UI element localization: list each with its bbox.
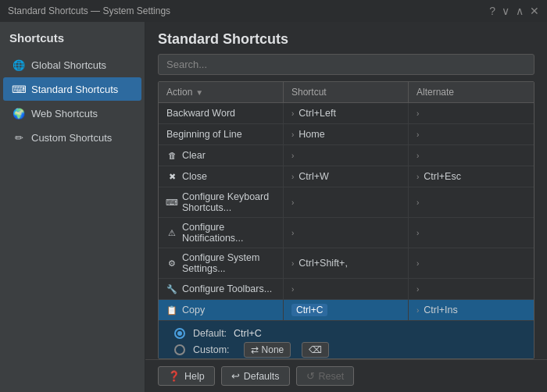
- close-control[interactable]: ✕: [530, 5, 539, 17]
- shortcut-cell: ›Ctrl+Shift+,: [284, 248, 409, 278]
- action-cell: ⚙ Configure System Settings...: [159, 248, 284, 278]
- chevron-icon: ›: [291, 109, 294, 118]
- header-shortcut: Shortcut: [284, 82, 409, 102]
- defaults-button[interactable]: ↩ Defaults: [221, 366, 290, 386]
- action-cell: ✖ Close: [159, 166, 284, 187]
- chevron-icon: ›: [417, 130, 419, 139]
- help-icon: ❓: [168, 370, 181, 382]
- chevron-icon: ›: [417, 306, 419, 315]
- sidebar-label-global: Global Shortcuts: [31, 59, 106, 71]
- chevron-icon: ›: [417, 229, 419, 237]
- chevron-icon: ›: [417, 109, 419, 118]
- reset-button[interactable]: ↺ Reset: [296, 366, 355, 386]
- content-header: Standard Shortcuts: [145, 22, 547, 81]
- shortcut-cell: Ctrl+C: [284, 300, 409, 320]
- defaults-icon: ↩: [231, 370, 240, 382]
- table-body: Backward Word ›Ctrl+Left › Beginning of …: [159, 103, 534, 359]
- chevron-icon: ›: [417, 259, 419, 268]
- table-row[interactable]: 🗑 Clear › ›: [159, 145, 534, 166]
- sidebar-nav: 🌐 Global Shortcuts ⌨ Standard Shortcuts …: [0, 53, 145, 149]
- table-row[interactable]: 🔧 Configure Toolbars... › ›: [159, 279, 534, 300]
- action-icon: ✖: [166, 171, 177, 182]
- table-row[interactable]: ⌨ Configure Keyboard Shortcuts... › ›: [159, 187, 534, 218]
- table-row[interactable]: 📋 Copy Ctrl+C ›Ctrl+Ins: [159, 300, 534, 321]
- shortcuts-table: Action ▼ Shortcut Alternate Backward Wor…: [158, 81, 534, 359]
- shortcut-cell: ›Home: [284, 124, 409, 144]
- action-cell: 📋 Copy: [159, 300, 284, 320]
- table-header: Action ▼ Shortcut Alternate: [159, 82, 534, 103]
- sync-icon: ⇄: [251, 344, 259, 355]
- sidebar: Shortcuts 🌐 Global Shortcuts ⌨ Standard …: [0, 22, 145, 392]
- table-row[interactable]: Backward Word ›Ctrl+Left ›: [159, 103, 534, 124]
- clear-shortcut-button[interactable]: ⌫: [302, 342, 329, 358]
- shortcut-badge: Ctrl+C: [291, 304, 327, 316]
- alternate-cell: ›: [409, 248, 534, 278]
- action-icon: ⚠: [166, 227, 177, 238]
- action-icon: 🗑: [166, 150, 177, 161]
- table-row[interactable]: ⚙ Configure System Settings... ›Ctrl+Shi…: [159, 248, 534, 279]
- alternate-cell: ›: [409, 103, 534, 123]
- sidebar-label-standard: Standard Shortcuts: [31, 84, 118, 95]
- chevron-icon: ›: [291, 198, 294, 207]
- header-alternate: Alternate: [409, 82, 534, 102]
- action-cell: Backward Word: [159, 103, 284, 123]
- custom-radio[interactable]: [174, 344, 185, 355]
- sidebar-item-global[interactable]: 🌐 Global Shortcuts: [3, 53, 141, 77]
- none-button[interactable]: ⇄ None: [244, 342, 291, 358]
- sidebar-icon-web: 🌍: [13, 107, 25, 119]
- action-cell: Beginning of Line: [159, 124, 284, 144]
- table-row[interactable]: Beginning of Line ›Home ›: [159, 124, 534, 145]
- content-area: Standard Shortcuts Action ▼ Shortcut Alt…: [145, 22, 547, 392]
- shortcut-cell: ›: [284, 279, 409, 299]
- alternate-cell: ›: [409, 145, 534, 166]
- shortcut-cell: ›: [284, 145, 409, 166]
- sort-icon: ▼: [195, 88, 203, 97]
- chevron-icon: ›: [417, 151, 419, 160]
- window-controls: ? ∨ ∧ ✕: [489, 5, 539, 17]
- shortcut-cell: ›Ctrl+Left: [284, 103, 409, 123]
- search-input[interactable]: [158, 54, 534, 75]
- expand-panel: Default: Ctrl+C Custom: ⇄ None ⌫: [159, 321, 534, 359]
- shortcut-cell: ›: [284, 218, 409, 248]
- minimize-control[interactable]: ∨: [502, 5, 509, 17]
- clear-icon: ⌫: [309, 344, 322, 355]
- sidebar-icon-custom: ✏: [13, 131, 25, 144]
- action-cell: 🗑 Clear: [159, 145, 284, 166]
- action-cell: ⌨ Configure Keyboard Shortcuts...: [159, 187, 284, 217]
- help-button[interactable]: ❓ Help: [158, 366, 215, 386]
- page-title: Standard Shortcuts: [158, 31, 534, 48]
- window-title: Standard Shortcuts — System Settings: [8, 5, 170, 16]
- sidebar-item-standard[interactable]: ⌨ Standard Shortcuts: [3, 77, 141, 101]
- table-row[interactable]: ⚠ Configure Notifications... › ›: [159, 218, 534, 248]
- sidebar-title: Shortcuts: [0, 28, 145, 52]
- action-icon: 📋: [166, 305, 177, 315]
- chevron-icon: ›: [291, 285, 294, 294]
- main-layout: Shortcuts 🌐 Global Shortcuts ⌨ Standard …: [0, 22, 547, 392]
- sidebar-icon-standard: ⌨: [13, 83, 25, 95]
- help-control[interactable]: ?: [489, 5, 495, 17]
- shortcut-cell: ›Ctrl+W: [284, 166, 409, 187]
- title-bar: Standard Shortcuts — System Settings ? ∨…: [0, 0, 547, 22]
- sidebar-item-custom[interactable]: ✏ Custom Shortcuts: [3, 126, 141, 149]
- shortcut-cell: ›: [284, 187, 409, 217]
- chevron-icon: ›: [291, 229, 294, 237]
- sidebar-item-web[interactable]: 🌍 Web Shortcuts: [3, 102, 141, 125]
- chevron-icon: ›: [291, 259, 294, 268]
- action-cell: 🔧 Configure Toolbars...: [159, 279, 284, 299]
- alternate-cell: ›: [409, 124, 534, 144]
- sidebar-label-web: Web Shortcuts: [31, 108, 98, 119]
- default-radio[interactable]: [174, 328, 185, 339]
- action-cell: ⚠ Configure Notifications...: [159, 218, 284, 248]
- action-icon: ⌨: [166, 197, 177, 208]
- alternate-cell: ›Ctrl+Esc: [409, 166, 534, 187]
- table-row[interactable]: ✖ Close ›Ctrl+W ›Ctrl+Esc: [159, 166, 534, 187]
- footer: ❓ Help ↩ Defaults ↺ Reset: [145, 359, 547, 392]
- alternate-cell: ›: [409, 218, 534, 248]
- reset-icon: ↺: [306, 370, 315, 382]
- maximize-control[interactable]: ∧: [516, 5, 524, 17]
- alternate-cell: ›Ctrl+Ins: [409, 300, 534, 320]
- default-row: Default: Ctrl+C: [174, 328, 518, 339]
- sidebar-label-custom: Custom Shortcuts: [31, 132, 112, 144]
- chevron-icon: ›: [291, 130, 294, 139]
- chevron-icon: ›: [417, 198, 419, 207]
